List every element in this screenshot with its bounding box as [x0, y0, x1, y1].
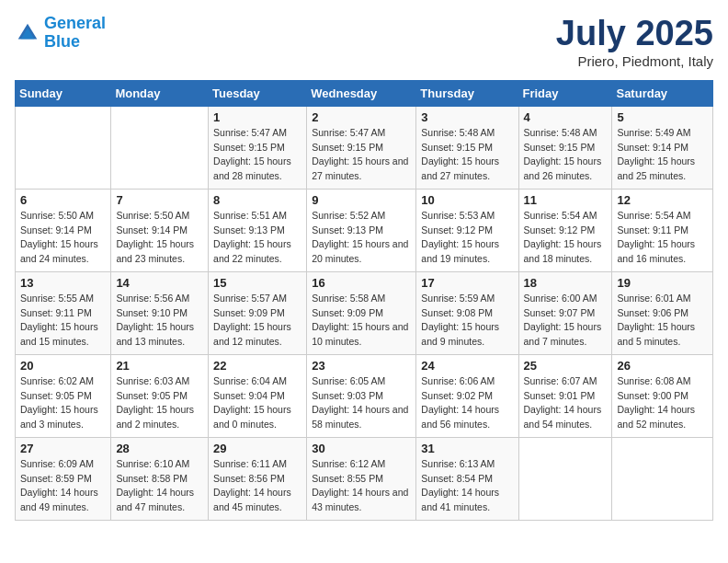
- day-number: 12: [617, 193, 708, 207]
- day-number: 26: [617, 359, 708, 373]
- calendar-cell: 19Sunrise: 6:01 AMSunset: 9:06 PMDayligh…: [612, 271, 713, 354]
- calendar-cell: 16Sunrise: 5:58 AMSunset: 9:09 PMDayligh…: [307, 271, 416, 354]
- calendar-cell: 20Sunrise: 6:02 AMSunset: 9:05 PMDayligh…: [16, 354, 111, 437]
- weekday-header-wednesday: Wednesday: [307, 80, 416, 106]
- day-number: 21: [116, 359, 203, 373]
- day-number: 5: [617, 110, 708, 124]
- calendar-cell: 24Sunrise: 6:06 AMSunset: 9:02 PMDayligh…: [416, 354, 518, 437]
- calendar-week-row: 20Sunrise: 6:02 AMSunset: 9:05 PMDayligh…: [16, 354, 713, 437]
- calendar-header-row: SundayMondayTuesdayWednesdayThursdayFrid…: [16, 80, 713, 106]
- calendar-cell: 17Sunrise: 5:59 AMSunset: 9:08 PMDayligh…: [416, 271, 518, 354]
- day-detail: Sunrise: 6:10 AMSunset: 8:58 PMDaylight:…: [116, 457, 203, 515]
- calendar-cell: 22Sunrise: 6:04 AMSunset: 9:04 PMDayligh…: [209, 354, 307, 437]
- day-number: 10: [421, 193, 513, 207]
- day-number: 22: [213, 359, 301, 373]
- calendar-week-row: 27Sunrise: 6:09 AMSunset: 8:59 PMDayligh…: [16, 437, 713, 520]
- day-number: 29: [213, 442, 301, 455]
- day-detail: Sunrise: 6:06 AMSunset: 9:02 PMDaylight:…: [421, 374, 513, 432]
- calendar-cell: 23Sunrise: 6:05 AMSunset: 9:03 PMDayligh…: [307, 354, 416, 437]
- calendar-cell: [612, 437, 713, 520]
- weekday-header-tuesday: Tuesday: [209, 80, 307, 106]
- logo-icon: [15, 20, 40, 46]
- day-number: 7: [116, 193, 203, 207]
- day-detail: Sunrise: 5:49 AMSunset: 9:14 PMDaylight:…: [617, 126, 708, 184]
- calendar-cell: 13Sunrise: 5:55 AMSunset: 9:11 PMDayligh…: [16, 271, 111, 354]
- day-number: 28: [116, 442, 203, 455]
- day-detail: Sunrise: 5:57 AMSunset: 9:09 PMDaylight:…: [213, 292, 301, 350]
- title-block: July 2025 Priero, Piedmont, Italy: [556, 15, 713, 69]
- day-number: 16: [312, 276, 411, 290]
- calendar-cell: 30Sunrise: 6:12 AMSunset: 8:55 PMDayligh…: [307, 437, 416, 520]
- day-detail: Sunrise: 5:54 AMSunset: 9:12 PMDaylight:…: [524, 209, 608, 267]
- day-number: 8: [213, 193, 301, 207]
- calendar-cell: 29Sunrise: 6:11 AMSunset: 8:56 PMDayligh…: [209, 437, 307, 520]
- day-detail: Sunrise: 5:52 AMSunset: 9:13 PMDaylight:…: [312, 209, 411, 267]
- calendar-cell: [16, 106, 111, 189]
- day-detail: Sunrise: 5:47 AMSunset: 9:15 PMDaylight:…: [213, 126, 301, 184]
- day-detail: Sunrise: 6:00 AMSunset: 9:07 PMDaylight:…: [524, 292, 608, 350]
- calendar-cell: 27Sunrise: 6:09 AMSunset: 8:59 PMDayligh…: [16, 437, 111, 520]
- day-detail: Sunrise: 6:04 AMSunset: 9:04 PMDaylight:…: [213, 374, 301, 432]
- day-detail: Sunrise: 6:01 AMSunset: 9:06 PMDaylight:…: [617, 292, 708, 350]
- day-detail: Sunrise: 5:48 AMSunset: 9:15 PMDaylight:…: [524, 126, 608, 184]
- day-number: 11: [524, 193, 608, 207]
- calendar-cell: 5Sunrise: 5:49 AMSunset: 9:14 PMDaylight…: [612, 106, 713, 189]
- calendar-cell: 3Sunrise: 5:48 AMSunset: 9:15 PMDaylight…: [416, 106, 518, 189]
- calendar-cell: 10Sunrise: 5:53 AMSunset: 9:12 PMDayligh…: [416, 189, 518, 271]
- day-detail: Sunrise: 6:08 AMSunset: 9:00 PMDaylight:…: [617, 374, 708, 432]
- calendar-cell: 11Sunrise: 5:54 AMSunset: 9:12 PMDayligh…: [518, 189, 612, 271]
- calendar-cell: 2Sunrise: 5:47 AMSunset: 9:15 PMDaylight…: [307, 106, 416, 189]
- day-detail: Sunrise: 5:53 AMSunset: 9:12 PMDaylight:…: [421, 209, 513, 267]
- day-detail: Sunrise: 5:51 AMSunset: 9:13 PMDaylight:…: [213, 209, 301, 267]
- day-number: 9: [312, 193, 411, 207]
- day-number: 6: [20, 193, 106, 207]
- day-number: 15: [213, 276, 301, 290]
- day-detail: Sunrise: 6:03 AMSunset: 9:05 PMDaylight:…: [116, 374, 203, 432]
- logo-text: General Blue: [44, 15, 106, 52]
- day-number: 17: [421, 276, 513, 290]
- day-number: 3: [421, 110, 513, 124]
- day-detail: Sunrise: 5:48 AMSunset: 9:15 PMDaylight:…: [421, 126, 513, 184]
- day-number: 4: [524, 110, 608, 124]
- day-number: 24: [421, 359, 513, 373]
- weekday-header-sunday: Sunday: [16, 80, 111, 106]
- calendar-cell: 1Sunrise: 5:47 AMSunset: 9:15 PMDaylight…: [209, 106, 307, 189]
- day-number: 20: [20, 359, 106, 373]
- calendar-cell: 14Sunrise: 5:56 AMSunset: 9:10 PMDayligh…: [111, 271, 209, 354]
- day-number: 13: [20, 276, 106, 290]
- day-number: 23: [312, 359, 411, 373]
- day-detail: Sunrise: 5:55 AMSunset: 9:11 PMDaylight:…: [20, 292, 106, 350]
- weekday-header-monday: Monday: [111, 80, 209, 106]
- day-detail: Sunrise: 6:09 AMSunset: 8:59 PMDaylight:…: [20, 457, 106, 515]
- day-detail: Sunrise: 5:50 AMSunset: 9:14 PMDaylight:…: [20, 209, 106, 267]
- calendar-cell: 8Sunrise: 5:51 AMSunset: 9:13 PMDaylight…: [209, 189, 307, 271]
- calendar-week-row: 6Sunrise: 5:50 AMSunset: 9:14 PMDaylight…: [16, 189, 713, 271]
- day-detail: Sunrise: 6:11 AMSunset: 8:56 PMDaylight:…: [213, 457, 301, 515]
- day-detail: Sunrise: 5:56 AMSunset: 9:10 PMDaylight:…: [116, 292, 203, 350]
- calendar-week-row: 13Sunrise: 5:55 AMSunset: 9:11 PMDayligh…: [16, 271, 713, 354]
- calendar-cell: 18Sunrise: 6:00 AMSunset: 9:07 PMDayligh…: [518, 271, 612, 354]
- day-detail: Sunrise: 5:54 AMSunset: 9:11 PMDaylight:…: [617, 209, 708, 267]
- calendar-cell: 28Sunrise: 6:10 AMSunset: 8:58 PMDayligh…: [111, 437, 209, 520]
- calendar-cell: 31Sunrise: 6:13 AMSunset: 8:54 PMDayligh…: [416, 437, 518, 520]
- day-number: 31: [421, 442, 513, 455]
- day-detail: Sunrise: 6:12 AMSunset: 8:55 PMDaylight:…: [312, 457, 411, 515]
- day-number: 18: [524, 276, 608, 290]
- day-number: 2: [312, 110, 411, 124]
- month-title: July 2025: [556, 15, 713, 53]
- day-number: 27: [20, 442, 106, 455]
- logo: General Blue: [15, 15, 106, 52]
- weekday-header-friday: Friday: [518, 80, 612, 106]
- calendar-cell: 26Sunrise: 6:08 AMSunset: 9:00 PMDayligh…: [612, 354, 713, 437]
- page-header: General Blue July 2025 Priero, Piedmont,…: [15, 15, 713, 69]
- day-detail: Sunrise: 6:07 AMSunset: 9:01 PMDaylight:…: [524, 374, 608, 432]
- day-detail: Sunrise: 6:05 AMSunset: 9:03 PMDaylight:…: [312, 374, 411, 432]
- calendar-cell: 7Sunrise: 5:50 AMSunset: 9:14 PMDaylight…: [111, 189, 209, 271]
- calendar-cell: 4Sunrise: 5:48 AMSunset: 9:15 PMDaylight…: [518, 106, 612, 189]
- calendar-cell: 9Sunrise: 5:52 AMSunset: 9:13 PMDaylight…: [307, 189, 416, 271]
- day-detail: Sunrise: 5:58 AMSunset: 9:09 PMDaylight:…: [312, 292, 411, 350]
- day-detail: Sunrise: 6:02 AMSunset: 9:05 PMDaylight:…: [20, 374, 106, 432]
- calendar-cell: 12Sunrise: 5:54 AMSunset: 9:11 PMDayligh…: [612, 189, 713, 271]
- day-number: 14: [116, 276, 203, 290]
- day-detail: Sunrise: 5:50 AMSunset: 9:14 PMDaylight:…: [116, 209, 203, 267]
